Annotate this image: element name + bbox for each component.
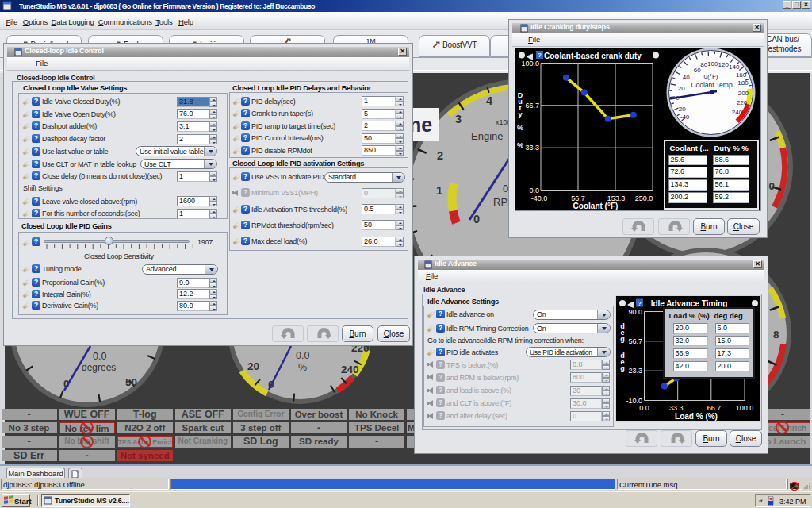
svg-text:66.7: 66.7 [525, 101, 539, 109]
svg-text:-10.0: -10.0 [626, 397, 642, 405]
svg-text:-40: -40 [680, 114, 690, 121]
svg-text:g: g [620, 364, 625, 372]
svg-text:Load % (%): Load % (%) [675, 412, 718, 421]
svg-text:Coolant-based crank duty: Coolant-based crank duty [544, 51, 642, 60]
svg-text:90.0: 90.0 [628, 308, 642, 316]
svg-text:50: 50 [125, 376, 137, 388]
svg-text:100: 100 [707, 60, 718, 67]
svg-text:66.7: 66.7 [707, 404, 722, 412]
svg-text:20: 20 [247, 360, 259, 372]
svg-text:?: ? [538, 52, 542, 59]
svg-text:Engine: Engine [471, 130, 503, 142]
svg-text:240: 240 [732, 108, 743, 115]
svg-text:100.0: 100.0 [736, 404, 754, 412]
svg-text:degrees: degrees [82, 362, 116, 373]
svg-text:33.3: 33.3 [525, 144, 539, 152]
svg-text:160: 160 [736, 71, 747, 78]
svg-text:8: 8 [773, 329, 779, 341]
svg-text:0.0: 0.0 [296, 350, 309, 361]
svg-text:%: % [517, 123, 523, 131]
svg-text:-20: -20 [676, 105, 686, 112]
svg-text:%: % [517, 140, 523, 148]
svg-text:40: 40 [683, 73, 690, 80]
svg-text:0: 0 [473, 213, 480, 225]
svg-text:0.0: 0.0 [639, 404, 649, 412]
svg-text:220: 220 [737, 99, 748, 106]
svg-text:33.3: 33.3 [669, 404, 684, 412]
svg-text:1: 1 [436, 184, 442, 197]
svg-text:-40.0: -40.0 [531, 194, 548, 202]
svg-text:0.0: 0.0 [93, 351, 106, 362]
svg-text:140: 140 [729, 63, 740, 70]
svg-text:200: 200 [738, 89, 749, 96]
svg-text:Coolant (°F): Coolant (°F) [573, 201, 619, 210]
svg-text:2: 2 [437, 149, 443, 162]
svg-text:100.0: 100.0 [521, 59, 539, 67]
svg-text:Coolant Temp: Coolant Temp [691, 81, 733, 89]
svg-text:y: y [518, 110, 522, 117]
svg-text:20: 20 [678, 84, 685, 91]
svg-text:56.7: 56.7 [628, 337, 642, 345]
svg-text:%: % [298, 362, 307, 373]
svg-text:23.3: 23.3 [628, 367, 642, 375]
svg-text:0(°F): 0(°F) [704, 73, 718, 80]
svg-text:?: ? [638, 300, 642, 307]
svg-text:250.0: 250.0 [635, 194, 653, 202]
svg-text:120: 120 [718, 60, 730, 67]
svg-text:240: 240 [341, 364, 359, 375]
svg-text:0.0: 0.0 [529, 186, 539, 194]
svg-text:180: 180 [737, 79, 749, 87]
svg-text:4: 4 [486, 94, 492, 107]
svg-text:3: 3 [455, 113, 462, 125]
svg-text:g: g [620, 335, 625, 343]
